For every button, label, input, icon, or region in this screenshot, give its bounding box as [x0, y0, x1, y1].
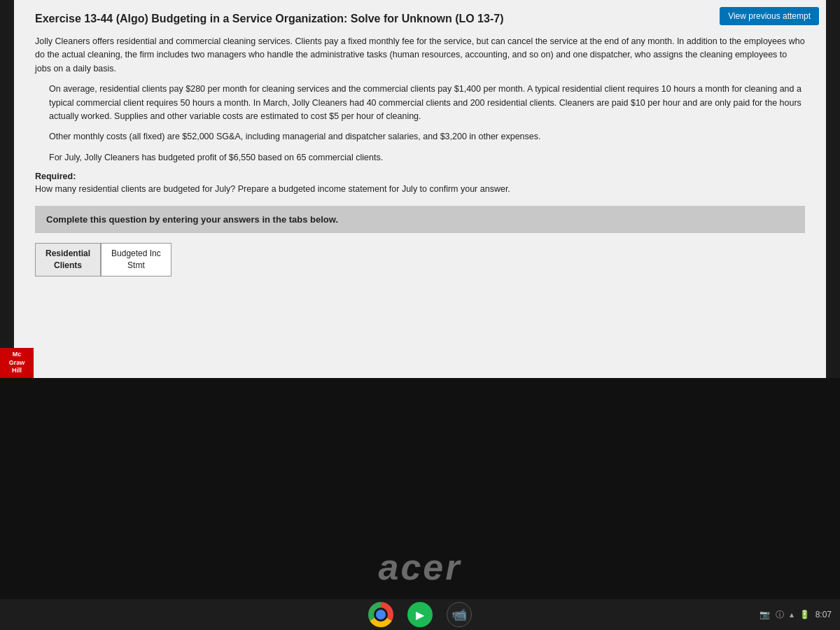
desktop-area: acer ▶ 📹 📷 ⓘ ▴ 🔋 8:07 — [0, 378, 840, 630]
view-previous-attempt-button[interactable]: View previous attempt — [720, 7, 819, 25]
paragraph-4: For July, Jolly Cleaners has budgeted pr… — [49, 151, 805, 164]
tabs-area: Residential Clients Budgeted Inc Stmt — [35, 243, 805, 276]
wifi-tray-icon: ▴ — [790, 610, 794, 620]
system-time: 8:07 — [816, 610, 832, 620]
paragraph-3: Other monthly costs (all fixed) are $52,… — [49, 130, 805, 144]
mcgraw-hill-logo: Mc Graw Hill — [0, 348, 34, 378]
paragraph-2: On average, residential clients pay $280… — [49, 83, 805, 123]
battery-tray-icon: 🔋 — [799, 610, 810, 620]
required-label: Required: — [35, 172, 805, 181]
play-icon[interactable]: ▶ — [407, 602, 433, 627]
main-content: View previous attempt Exercise 13-44 (Al… — [14, 0, 826, 378]
chrome-icon[interactable] — [368, 602, 393, 627]
required-text: How many residential clients are budgete… — [35, 183, 805, 196]
acer-brand: acer — [379, 546, 462, 588]
paragraph-1: Jolly Cleaners offers residential and co… — [35, 35, 805, 76]
info-tray-icon: ⓘ — [776, 609, 784, 621]
exercise-title: Exercise 13-44 (Algo) Budgeting in a Ser… — [35, 13, 805, 25]
camera-icon[interactable]: 📹 — [447, 602, 472, 627]
tab-budgeted-inc-stmt[interactable]: Budgeted Inc Stmt — [101, 243, 172, 276]
tab-residential-clients[interactable]: Residential Clients — [35, 243, 101, 276]
complete-question-box: Complete this question by entering your … — [35, 206, 805, 233]
photo-tray-icon: 📷 — [760, 610, 770, 620]
taskbar: ▶ 📹 📷 ⓘ ▴ 🔋 8:07 — [0, 599, 840, 630]
